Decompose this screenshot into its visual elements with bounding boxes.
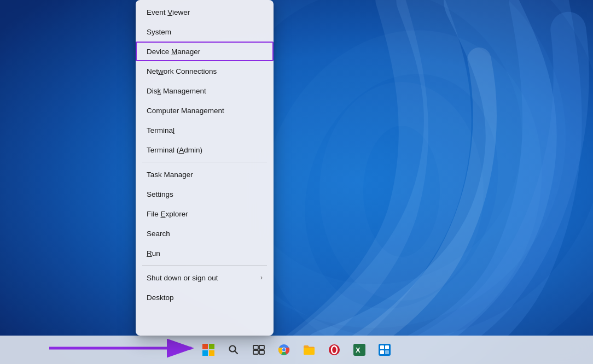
opera-icon [328, 343, 341, 356]
submenu-chevron-icon: › [260, 274, 263, 281]
menu-item-device-manager[interactable]: Device Manager [136, 42, 274, 61]
arrow-indicator [44, 334, 208, 362]
task-view-icon [253, 345, 265, 355]
search-icon [228, 344, 239, 355]
menu-item-file-explorer[interactable]: File Explorer [136, 204, 274, 224]
wallpaper-svg [0, 0, 593, 364]
opera-button[interactable] [322, 338, 346, 362]
desktop: Event Viewer System Device Manager Netwo… [0, 0, 593, 364]
chrome-button[interactable] [272, 338, 296, 362]
svg-rect-21 [385, 350, 389, 354]
excel-button[interactable]: X [347, 338, 371, 362]
menu-item-event-viewer[interactable]: Event Viewer [136, 2, 274, 22]
menu-separator-2 [142, 265, 267, 266]
svg-rect-18 [380, 345, 384, 349]
menu-item-task-manager[interactable]: Task Manager [136, 165, 274, 184]
folder-icon [303, 344, 316, 356]
svg-rect-5 [253, 345, 258, 349]
svg-rect-20 [380, 350, 384, 354]
menu-item-network-connections[interactable]: Network Connections [136, 61, 274, 81]
menu-item-search[interactable]: Search [136, 224, 274, 243]
menu-item-run[interactable]: Run [136, 243, 274, 263]
taskbar-icons: X [196, 338, 397, 362]
menu-item-system[interactable]: System [136, 22, 274, 42]
menu-item-desktop[interactable]: Desktop [136, 287, 274, 307]
task-view-button[interactable] [247, 338, 271, 362]
menu-item-terminal-admin[interactable]: Terminal (Admin) [136, 140, 274, 160]
menu-item-disk-management[interactable]: Disk Management [136, 81, 274, 101]
svg-point-12 [282, 348, 286, 351]
wallpaper [0, 0, 593, 364]
context-menu: Event Viewer System Device Manager Netwo… [136, 0, 274, 336]
svg-rect-7 [253, 350, 258, 354]
search-taskbar-button[interactable] [222, 338, 246, 362]
svg-text:X: X [356, 346, 361, 354]
svg-rect-6 [259, 345, 264, 349]
svg-line-4 [235, 351, 238, 354]
app7-button[interactable] [373, 338, 397, 362]
menu-item-computer-management[interactable]: Computer Management [136, 101, 274, 120]
app7-icon [379, 344, 391, 356]
excel-icon: X [353, 344, 365, 356]
svg-rect-19 [385, 345, 389, 349]
file-explorer-button[interactable] [297, 338, 321, 362]
svg-rect-8 [259, 350, 264, 354]
chrome-icon [277, 343, 290, 356]
menu-item-terminal[interactable]: Terminal [136, 120, 274, 140]
menu-item-shutdown[interactable]: Shut down or sign out › [136, 268, 274, 287]
menu-separator-1 [142, 162, 267, 162]
menu-item-settings[interactable]: Settings [136, 184, 274, 204]
